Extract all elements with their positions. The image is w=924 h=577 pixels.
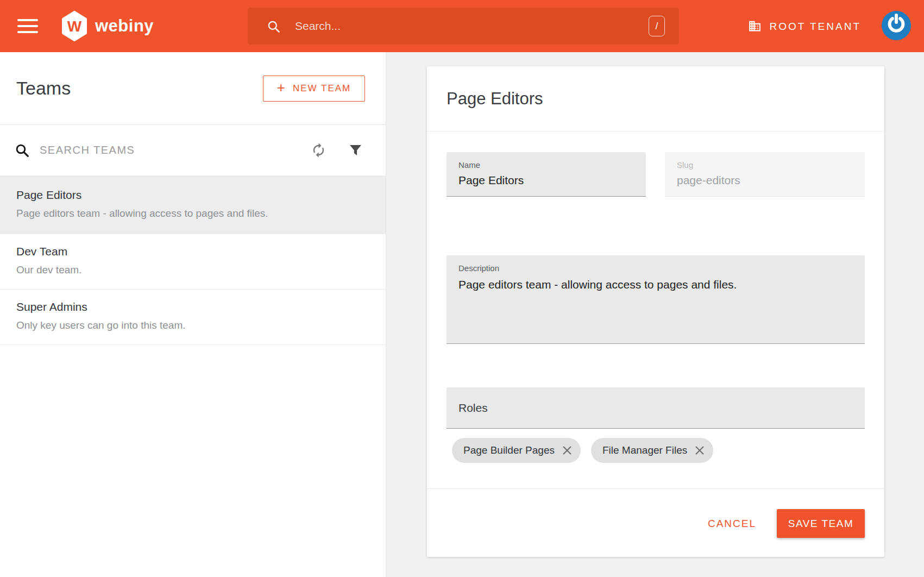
global-search-input[interactable]: Search... /	[248, 8, 679, 45]
name-field-value: Page Editors	[458, 174, 646, 187]
tenant-label: ROOT TENANT	[770, 20, 861, 32]
plus-icon: +	[277, 79, 286, 96]
card-header: Page Editors	[427, 66, 884, 131]
team-detail-card: Page Editors Name Page Editors Slug page…	[427, 66, 884, 557]
card-footer: CANCEL SAVE TEAM	[427, 489, 884, 538]
filter-button[interactable]	[349, 145, 362, 156]
chip-label: File Manager Files	[602, 444, 687, 456]
menu-icon[interactable]	[17, 18, 39, 34]
team-description: Our dev team.	[16, 264, 369, 276]
team-detail-title: Page Editors	[447, 89, 543, 109]
chip-remove-button[interactable]	[562, 446, 572, 455]
refresh-button[interactable]	[311, 142, 326, 158]
team-row-super-admins[interactable]: Super Admins Only key users can go into …	[0, 290, 386, 345]
webiny-logo[interactable]: W webiny	[61, 11, 154, 41]
app-root: W webiny Search... / ROOT TENANT	[0, 0, 924, 577]
chip-label: Page Builder Pages	[463, 444, 555, 456]
roles-field-label: Roles	[458, 402, 488, 415]
app-header: W webiny Search... / ROOT TENANT	[0, 0, 924, 52]
team-row-dev-team[interactable]: Dev Team Our dev team.	[0, 234, 386, 290]
description-field-value: Page editors team - allowing access to p…	[458, 278, 865, 291]
close-icon	[695, 446, 705, 455]
search-teams-input[interactable]: SEARCH TEAMS	[0, 124, 386, 175]
roles-field[interactable]: Roles	[447, 387, 865, 429]
webiny-hexagon-icon: W	[61, 11, 88, 41]
name-field-label: Name	[458, 160, 646, 170]
team-row-page-editors[interactable]: Page Editors Page editors team - allowin…	[0, 175, 386, 234]
slug-field: Slug page-editors	[665, 152, 865, 197]
teams-list-panel: Teams + NEW TEAM SEARCH TEAMS	[0, 52, 386, 577]
power-avatar-icon	[882, 11, 911, 40]
search-placeholder: Search...	[295, 20, 341, 33]
refresh-icon	[311, 142, 326, 158]
chip-remove-button[interactable]	[695, 446, 705, 455]
close-icon	[562, 446, 572, 455]
chip-file-manager-files: File Manager Files	[591, 438, 713, 463]
description-field-label: Description	[458, 264, 865, 273]
tenant-selector[interactable]: ROOT TENANT	[748, 20, 861, 33]
chip-page-builder-pages: Page Builder Pages	[452, 438, 581, 463]
description-field[interactable]: Description Page editors team - allowing…	[447, 255, 865, 344]
team-name: Super Admins	[16, 300, 369, 313]
search-icon	[266, 19, 281, 34]
team-list: Page Editors Page editors team - allowin…	[0, 175, 386, 345]
team-name: Page Editors	[16, 189, 369, 202]
team-description: Page editors team - allowing access to p…	[16, 208, 369, 219]
teams-panel-header: Teams + NEW TEAM	[0, 52, 386, 124]
user-avatar[interactable]	[882, 11, 911, 40]
building-icon	[748, 20, 762, 33]
logo-letter: W	[67, 18, 82, 35]
role-chips: Page Builder Pages File Manager Files	[452, 438, 713, 463]
brand-name: webiny	[95, 16, 154, 36]
team-name: Dev Team	[16, 245, 369, 258]
name-field[interactable]: Name Page Editors	[447, 152, 646, 197]
team-detail-area: Page Editors Name Page Editors Slug page…	[386, 52, 924, 577]
new-team-button[interactable]: + NEW TEAM	[263, 76, 365, 102]
slug-field-label: Slug	[677, 160, 865, 170]
page-title: Teams	[16, 78, 71, 99]
slash-key-icon: /	[649, 16, 665, 36]
search-teams-placeholder: SEARCH TEAMS	[40, 144, 135, 156]
cancel-button[interactable]: CANCEL	[701, 512, 763, 535]
search-icon	[14, 142, 30, 158]
team-description: Only key users can go into this team.	[16, 319, 369, 331]
filter-funnel-icon	[349, 145, 362, 156]
slug-field-value: page-editors	[677, 174, 865, 187]
save-team-button[interactable]: SAVE TEAM	[777, 509, 865, 538]
new-team-button-label: NEW TEAM	[293, 83, 351, 94]
